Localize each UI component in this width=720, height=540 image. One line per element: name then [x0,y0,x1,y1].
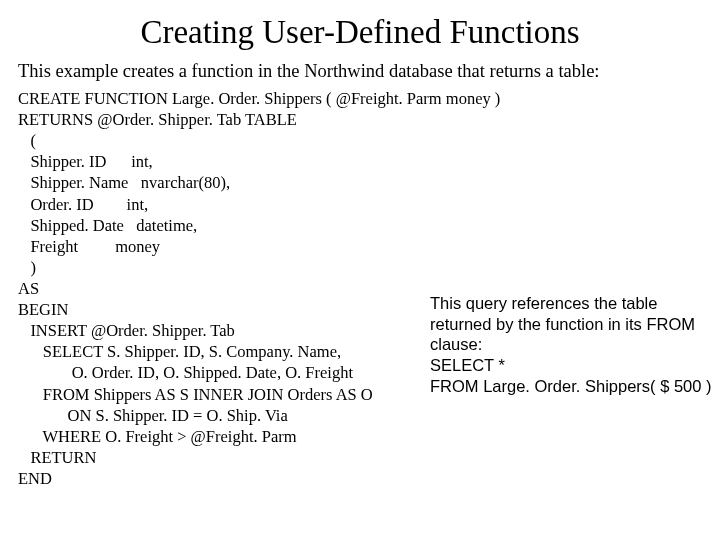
code-line: FROM Shippers AS S INNER JOIN Orders AS … [18,385,373,404]
side-paragraph: This query references the table returned… [430,293,712,355]
code-line: Shipper. Name nvarchar(80), [18,173,230,192]
code-line: Order. ID int, [18,195,148,214]
code-line: Freight money [18,237,160,256]
code-block: CREATE FUNCTION Large. Order. Shippers (… [18,88,702,489]
side-query-line: SELECT * [430,355,712,376]
intro-text: This example creates a function in the N… [18,61,702,82]
slide-title: Creating User-Defined Functions [18,14,702,51]
code-line: RETURN [18,448,96,467]
code-line: END [18,469,52,488]
code-line: O. Order. ID, O. Shipped. Date, O. Freig… [18,363,353,382]
code-line: ( [18,131,36,150]
code-line: CREATE FUNCTION Large. Order. Shippers (… [18,89,500,108]
code-line: RETURNS @Order. Shipper. Tab TABLE [18,110,297,129]
code-line: BEGIN [18,300,68,319]
code-line: ON S. Shipper. ID = O. Ship. Via [18,406,288,425]
side-query-line: FROM Large. Order. Shippers( $ 500 ) [430,376,712,397]
side-note: This query references the table returned… [430,293,712,396]
code-line: ) [18,258,36,277]
code-line: AS [18,279,39,298]
code-line: INSERT @Order. Shipper. Tab [18,321,235,340]
code-line: WHERE O. Freight > @Freight. Parm [18,427,297,446]
slide: Creating User-Defined Functions This exa… [0,0,720,540]
code-line: Shipped. Date datetime, [18,216,197,235]
code-line: SELECT S. Shipper. ID, S. Company. Name, [18,342,341,361]
code-line: Shipper. ID int, [18,152,153,171]
